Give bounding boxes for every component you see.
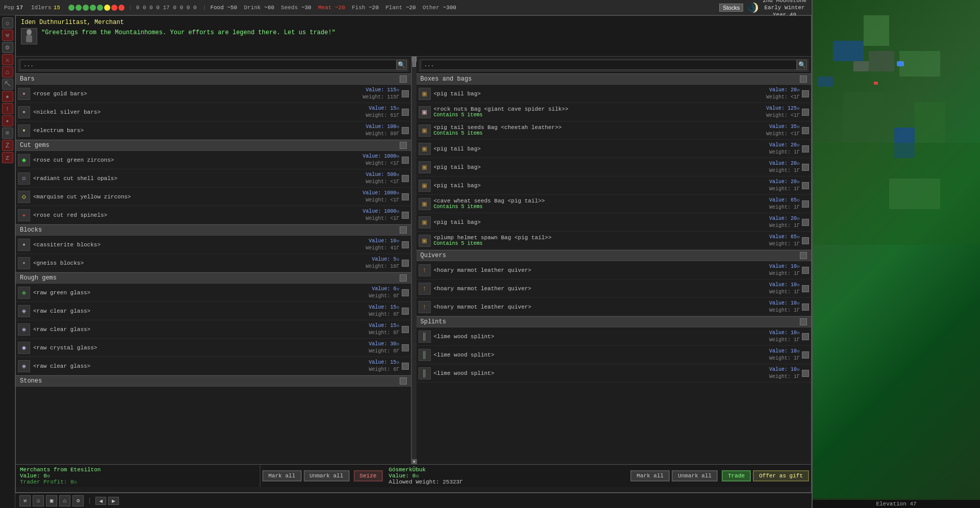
bottom-icon-home[interactable]: ⌂	[59, 495, 70, 506]
left-item-list[interactable]: Bars ▪ <rose gold bars> Value: 115☼ Weig…	[16, 73, 411, 464]
item-plump-helmet-spawn-bag[interactable]: ▣ <plump helmet spawn Bag <pig tail>> Co…	[416, 232, 812, 250]
item-raw-clear-glass-1[interactable]: ◈ <raw clear glass> Value: 15☼ Weight: 6…	[16, 302, 411, 320]
item-checkbox[interactable]	[802, 164, 809, 171]
sidebar-icon-z2[interactable]: z	[2, 152, 13, 163]
item-raw-green-glass[interactable]: ◈ <raw green glass> Value: 6☼ Weight: 6Γ	[16, 284, 411, 302]
category-quivers-checkbox[interactable]	[800, 252, 807, 259]
item-checkbox[interactable]	[402, 289, 409, 296]
item-checkbox[interactable]	[402, 241, 409, 248]
item-raw-crystal-glass[interactable]: ◈ <raw crystal glass> Value: 30☼ Weight:…	[16, 339, 411, 357]
item-lime-wood-splint-2[interactable]: ║ <lime wood splint> Value: 10☼ Weight: …	[416, 346, 812, 364]
seize-button[interactable]: Seize	[354, 470, 383, 481]
sidebar-icon-sun[interactable]: ☼	[2, 17, 13, 29]
trade-button[interactable]: Trade	[722, 470, 751, 481]
category-splints-checkbox[interactable]	[800, 318, 807, 325]
item-quiver-3[interactable]: ↑ <hoary marmot leather quiver> Value: 1…	[416, 298, 812, 316]
item-checkbox[interactable]	[402, 344, 409, 351]
category-stones-checkbox[interactable]	[400, 377, 407, 385]
item-pig-tail-bag-5[interactable]: ▣ <pig tail bag> Value: 20☼ Weight: 1Γ	[416, 213, 812, 232]
item-checkbox[interactable]	[802, 237, 809, 244]
item-quiver-1[interactable]: ↑ <hoary marmot leather quiver> Value: 1…	[416, 261, 812, 280]
item-pig-tail-seeds-bag[interactable]: ▣ <pig tail seeds Bag <cheetah leather>>…	[416, 121, 812, 140]
bottom-icon-hammer[interactable]: ⚒	[19, 495, 31, 506]
item-checkbox[interactable]	[802, 145, 809, 153]
category-rough-gems-checkbox[interactable]	[400, 274, 407, 282]
right-unmark-all-button[interactable]: Unmark all	[672, 470, 718, 481]
item-checkbox[interactable]	[802, 333, 809, 340]
item-yellow-zircons[interactable]: ◇ <marquise cut yellow zircons> Value: 1…	[16, 188, 411, 206]
right-search-button[interactable]: 🔍	[797, 60, 807, 70]
item-checkbox[interactable]	[402, 127, 409, 134]
item-gneiss-blocks[interactable]: ▪ <gneiss blocks> Value: 5☼ Weight: 16Γ	[16, 254, 411, 272]
item-raw-clear-glass-3[interactable]: ◈ <raw clear glass> Value: 15☼ Weight: 6…	[16, 357, 411, 375]
item-lime-wood-splint-1[interactable]: ║ <lime wood splint> Value: 10☼ Weight: …	[416, 327, 812, 346]
item-quiver-2[interactable]: ↑ <hoary marmot leather quiver> Value: 1…	[416, 280, 812, 298]
item-checkbox[interactable]	[402, 212, 409, 219]
item-checkbox[interactable]	[402, 109, 409, 116]
left-search-button[interactable]: 🔍	[397, 60, 407, 70]
category-cut-gems-checkbox[interactable]	[400, 142, 407, 149]
item-checkbox[interactable]	[802, 351, 809, 359]
item-rose-gold-bars[interactable]: ▪ <rose gold bars> Value: 115☼ Weight: 1…	[16, 85, 411, 103]
item-checkbox[interactable]	[802, 267, 809, 274]
offer-as-gift-button[interactable]: Offer as gift	[753, 470, 809, 481]
left-search-input[interactable]	[20, 60, 397, 70]
item-checkbox[interactable]	[402, 157, 409, 164]
scroll-thumb[interactable]	[412, 57, 416, 67]
item-nickel-silver-bars[interactable]: ▪ <nickel silver bars> Value: 15☼ Weight…	[16, 103, 411, 121]
sidebar-icon-craft[interactable]: ⚒	[2, 30, 13, 41]
item-cave-wheat-seeds-bag[interactable]: ▣ <cave wheat seeds Bag <pig tail>> Cont…	[416, 195, 812, 213]
bottom-icon-box[interactable]: ▣	[46, 495, 57, 506]
item-pig-tail-bag-4[interactable]: ▣ <pig tail bag> Value: 20☼ Weight: 1Γ	[416, 176, 812, 195]
sidebar-icon-diamond[interactable]: ✦	[2, 115, 13, 126]
left-mark-all-button[interactable]: Mark all	[262, 470, 302, 481]
item-checkbox[interactable]	[802, 285, 809, 292]
item-checkbox[interactable]	[402, 326, 409, 333]
item-pig-tail-bag-2[interactable]: ▣ <pig tail bag> Value: 20☼ Weight: 1Γ	[416, 140, 812, 158]
category-blocks-checkbox[interactable]	[400, 226, 407, 234]
category-bars-checkbox[interactable]	[400, 75, 407, 83]
item-lime-wood-splint-3[interactable]: ║ <lime wood splint> Value: 10☼ Weight: …	[416, 364, 812, 383]
item-checkbox[interactable]	[802, 182, 809, 189]
item-electrum-bars[interactable]: ▪ <electrum bars> Value: 100☼ Weight: 89…	[16, 121, 411, 140]
item-rock-nuts-bag[interactable]: ▣ <rock nuts Bag <giant cave spider silk…	[416, 103, 812, 121]
item-checkbox[interactable]	[802, 200, 809, 208]
item-green-zircons[interactable]: ◆ <rose cut green zircons> Value: 1000☼ …	[16, 151, 411, 169]
arrow-right-button[interactable]: ►	[108, 497, 119, 505]
item-red-spinels[interactable]: ✦ <rose cut red spinels> Value: 1000☼ We…	[16, 206, 411, 224]
stocks-button[interactable]: Stocks	[719, 4, 743, 12]
category-boxes-bags-checkbox[interactable]	[800, 75, 807, 83]
item-checkbox[interactable]	[802, 109, 809, 116]
left-unmark-all-button[interactable]: Unmark all	[304, 470, 350, 481]
sidebar-icon-home[interactable]: ⌂	[2, 66, 13, 78]
item-pig-tail-bag-3[interactable]: ▣ <pig tail bag> Value: 20☼ Weight: 1Γ	[416, 158, 812, 176]
item-checkbox[interactable]	[802, 90, 809, 97]
item-pig-tail-bag-1[interactable]: ▣ <pig tail bag> Value: 20☼ Weight: <1Γ	[416, 85, 812, 103]
item-shell-opals[interactable]: ○ <radiant cut shell opals> Value: 500☼ …	[16, 169, 411, 188]
bottom-icon-person[interactable]: ☺	[33, 495, 44, 506]
item-checkbox[interactable]	[402, 260, 409, 267]
sidebar-icon-star[interactable]: ★	[2, 91, 13, 102]
sidebar-icon-up[interactable]: ↑	[2, 103, 13, 114]
item-raw-clear-glass-2[interactable]: ◈ <raw clear glass> Value: 15☼ Weight: 6…	[16, 320, 411, 339]
bottom-icon-gear[interactable]: ⚙	[72, 495, 84, 506]
item-cassiterite-blocks[interactable]: ▪ <cassiterite blocks> Value: 10☼ Weight…	[16, 236, 411, 254]
scroll-down[interactable]: ▼	[412, 459, 417, 464]
left-scrollbar[interactable]: ▲ ▼	[411, 57, 416, 464]
right-mark-all-button[interactable]: Mark all	[630, 470, 670, 481]
item-checkbox[interactable]	[402, 175, 409, 182]
sidebar-icon-map[interactable]: ≡	[2, 128, 13, 139]
item-checkbox[interactable]	[402, 363, 409, 370]
item-checkbox[interactable]	[402, 308, 409, 315]
sidebar-icon-gear[interactable]: ⚙	[2, 42, 13, 53]
item-checkbox[interactable]	[802, 219, 809, 226]
item-checkbox[interactable]	[802, 303, 809, 311]
sidebar-icon-pick[interactable]: ⛏	[2, 79, 13, 90]
right-item-list[interactable]: Boxes and bags ▣ <pig tail bag> Value: 2…	[416, 73, 812, 464]
item-checkbox[interactable]	[802, 370, 809, 377]
right-search-input[interactable]	[421, 60, 797, 70]
sidebar-icon-z1[interactable]: Z	[2, 140, 13, 151]
item-checkbox[interactable]	[802, 127, 809, 134]
item-checkbox[interactable]	[402, 90, 409, 97]
arrow-left-button[interactable]: ◄	[95, 497, 106, 505]
